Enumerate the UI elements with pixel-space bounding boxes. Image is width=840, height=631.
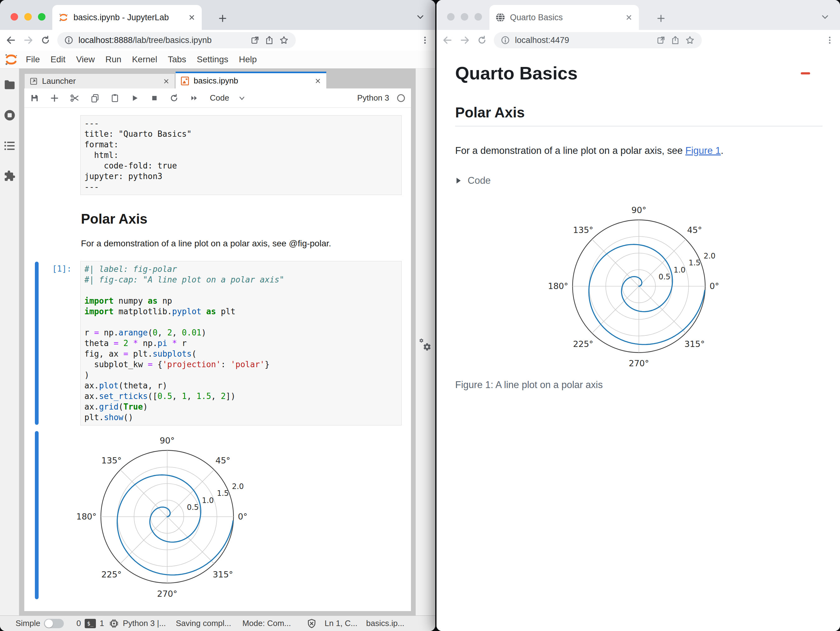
- tab-search-chevron-icon[interactable]: [416, 13, 425, 21]
- code-cell-editor[interactable]: #| label: fig-polar#| fig-cap: "A line p…: [81, 261, 402, 425]
- kernel-status-circle-icon[interactable]: [397, 94, 405, 103]
- browser-menu-dots-icon[interactable]: [825, 35, 834, 45]
- disclosure-triangle-icon[interactable]: [455, 177, 462, 184]
- site-info-icon[interactable]: [501, 35, 510, 45]
- browser-tab-title: Quarto Basics: [510, 13, 620, 22]
- share-icon[interactable]: [671, 35, 680, 45]
- cell-type-chevron-icon[interactable]: [238, 94, 246, 102]
- jupyterlab-dock: Launcher basics.ipynb: [19, 68, 435, 615]
- extensions-puzzle-icon[interactable]: [4, 170, 16, 182]
- simple-mode-label: Simple: [16, 618, 40, 628]
- reload-icon[interactable]: [477, 35, 487, 45]
- minimize-window-button[interactable]: [24, 13, 32, 21]
- tab-notebook-label: basics.ipynb: [194, 76, 310, 85]
- svg-text:135°: 135°: [101, 455, 122, 465]
- open-in-window-icon[interactable]: [250, 35, 260, 45]
- close-icon[interactable]: [163, 78, 170, 85]
- close-tab-icon[interactable]: [188, 14, 196, 21]
- menu-tabs[interactable]: Tabs: [163, 54, 191, 65]
- kernel-chip-icon[interactable]: [109, 618, 119, 628]
- new-tab-button[interactable]: [218, 14, 227, 23]
- menu-view[interactable]: View: [71, 54, 100, 65]
- cursor-position-text[interactable]: Ln 1, C...: [325, 618, 358, 628]
- back-icon[interactable]: [442, 35, 453, 46]
- code-cell[interactable]: [1]: #| label: fig-polar#| fig-cap: "A l…: [24, 261, 411, 425]
- close-icon[interactable]: [314, 77, 321, 84]
- insert-cell-plus-icon[interactable]: [50, 93, 59, 103]
- site-info-icon[interactable]: [64, 35, 73, 45]
- bookmark-star-icon[interactable]: [279, 35, 289, 45]
- save-icon[interactable]: [30, 93, 39, 103]
- open-in-window-icon[interactable]: [656, 35, 666, 45]
- browser-tab-jupyterlab[interactable]: basics.ipynb - JupyterLab: [52, 5, 202, 30]
- figure-1-link[interactable]: Figure 1: [685, 145, 721, 156]
- output-collapser[interactable]: [35, 431, 39, 599]
- share-icon[interactable]: [265, 35, 274, 45]
- raw-yaml-cell[interactable]: ---title: "Quarto Basics"format: html: c…: [24, 115, 411, 195]
- forward-icon[interactable]: [459, 35, 470, 46]
- menu-file[interactable]: File: [21, 54, 45, 65]
- interrupt-kernel-icon[interactable]: [150, 94, 159, 103]
- zoom-window-button[interactable]: [38, 13, 46, 21]
- run-cell-icon[interactable]: [130, 93, 139, 103]
- raw-cell-editor[interactable]: ---title: "Quarto Basics"format: html: c…: [81, 115, 402, 195]
- input-collapser[interactable]: [35, 262, 39, 425]
- menu-help[interactable]: Help: [234, 54, 262, 65]
- restart-kernel-icon[interactable]: [169, 93, 179, 103]
- terminal-icon[interactable]: $_: [85, 619, 96, 628]
- cut-scissors-icon[interactable]: [70, 93, 80, 103]
- notifications-icon[interactable]: [307, 618, 317, 628]
- simple-mode-toggle[interactable]: [44, 619, 64, 628]
- right-sidebar-rail: [415, 68, 435, 615]
- menu-run[interactable]: Run: [100, 54, 127, 65]
- browser-tab-quarto[interactable]: Quarto Basics: [489, 5, 639, 30]
- table-of-contents-icon[interactable]: [4, 141, 16, 151]
- new-tab-button[interactable]: [656, 14, 666, 23]
- file-browser-icon[interactable]: [4, 80, 16, 90]
- jupyter-logo: [2, 52, 21, 66]
- reload-icon[interactable]: [41, 35, 51, 45]
- close-window-button[interactable]: [11, 13, 18, 21]
- back-icon[interactable]: [6, 35, 16, 46]
- address-bar[interactable]: localhost:4479: [494, 32, 702, 48]
- launcher-icon: [30, 77, 38, 85]
- tab-launcher[interactable]: Launcher: [24, 73, 175, 89]
- menu-edit[interactable]: Edit: [45, 54, 71, 65]
- kernel-status-text[interactable]: Python 3 |...: [123, 618, 166, 628]
- svg-text:0°: 0°: [709, 281, 719, 291]
- running-kernels-icon[interactable]: [3, 109, 16, 122]
- jupyter-favicon: [58, 13, 68, 22]
- tab-search-chevron-icon[interactable]: [821, 13, 829, 21]
- address-bar[interactable]: localhost:8888/lab/tree/basics.ipynb: [57, 32, 296, 48]
- copy-icon[interactable]: [90, 93, 99, 103]
- svg-text:270°: 270°: [628, 359, 649, 368]
- paste-icon[interactable]: [110, 93, 120, 103]
- terminals-count[interactable]: 0: [76, 618, 81, 628]
- profile-sync-error-dash: [801, 72, 810, 74]
- forward-icon[interactable]: [23, 35, 34, 46]
- markdown-cell[interactable]: Polar Axis For a demonstration of a line…: [81, 211, 402, 250]
- menu-kernel[interactable]: Kernel: [127, 54, 163, 65]
- url-host: localhost:8888: [79, 35, 133, 45]
- close-window-button[interactable]: [447, 13, 455, 21]
- zoom-window-button[interactable]: [474, 13, 482, 21]
- menu-settings[interactable]: Settings: [191, 54, 234, 65]
- restart-run-all-icon[interactable]: [189, 94, 199, 103]
- browser-menu-dots-icon[interactable]: [420, 35, 429, 45]
- bookmark-star-icon[interactable]: [685, 35, 695, 45]
- url-text[interactable]: localhost:8888/lab/tree/basics.ipynb: [79, 35, 245, 45]
- url-host: localhost:4479: [515, 35, 569, 45]
- tab-notebook-basics[interactable]: basics.ipynb: [175, 72, 326, 89]
- code-fold-disclosure[interactable]: Code: [455, 175, 823, 186]
- active-file-text[interactable]: basics.ip...: [366, 618, 404, 628]
- property-inspector-gears-icon[interactable]: [418, 75, 433, 615]
- cell-type-select[interactable]: Code: [210, 93, 229, 103]
- minimize-window-button[interactable]: [461, 13, 468, 21]
- svg-text:180°: 180°: [548, 281, 568, 291]
- svg-text:2.0: 2.0: [704, 251, 715, 260]
- kernels-count[interactable]: 1: [99, 618, 104, 628]
- kernel-name[interactable]: Python 3: [357, 93, 389, 103]
- close-tab-icon[interactable]: [625, 14, 633, 21]
- svg-text:90°: 90°: [160, 436, 175, 445]
- url-text[interactable]: localhost:4479: [515, 35, 651, 45]
